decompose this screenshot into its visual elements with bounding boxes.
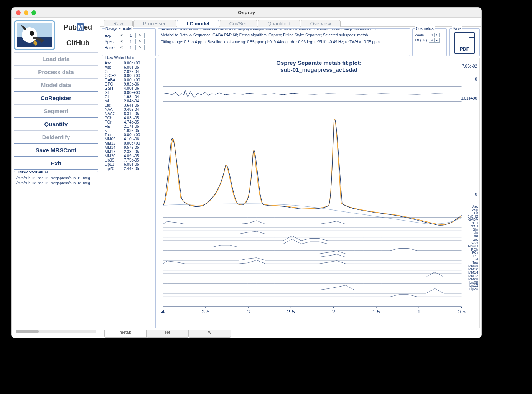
- ratio-row: Lip097.75e-05: [105, 158, 153, 162]
- nav-prev-button[interactable]: <: [117, 33, 126, 38]
- ratio-row: MM172.33e-05: [105, 150, 153, 154]
- svg-text:0.5: 0.5: [458, 309, 466, 313]
- cos-inc-button[interactable]: ▸: [434, 33, 440, 37]
- ratio-row: mI2.04e-04: [105, 99, 153, 103]
- ratio-row: PE2.17e-05: [105, 124, 153, 129]
- navigate-model-panel: Navigate model Exp: < 1 >Spec: < 1 >Basi…: [102, 28, 156, 56]
- ytick-main-max: 1.01e+00: [461, 96, 477, 101]
- sidebar-button-segment: Segment: [14, 104, 98, 117]
- svg-text:3.5: 3.5: [201, 309, 209, 313]
- app-logo: [14, 20, 55, 50]
- ratio-row: PCh4.03e-05: [105, 116, 153, 120]
- svg-text:3: 3: [247, 309, 250, 313]
- plot-area: Osprey Separate metab fit plot: sub-01_m…: [158, 58, 480, 328]
- plot-title-1: Osprey Separate metab fit plot:: [158, 59, 479, 66]
- ratio-row: Asc0.00e+00: [105, 61, 153, 65]
- nav-prev-button[interactable]: <: [117, 39, 126, 44]
- svg-text:2.5: 2.5: [287, 309, 295, 313]
- bottom-tabs: metabrefw: [100, 330, 481, 338]
- list-item[interactable]: /mrs/sub-02_ses-01_megapress/sub-02_mega…: [16, 180, 96, 185]
- ratio-row: GABA0.00e+00: [105, 78, 153, 82]
- tab-processed[interactable]: Processed: [133, 20, 176, 27]
- ratio-row: MM204.09e-05: [105, 154, 153, 158]
- tab-cor-seg[interactable]: Cor/Seg: [220, 20, 257, 27]
- nav-next-button[interactable]: >: [135, 33, 145, 38]
- ratio-row: MM094.10e-06: [105, 137, 153, 141]
- ratio-row: MM149.57e-05: [105, 145, 153, 150]
- github-link[interactable]: GitHub: [58, 36, 98, 50]
- ratio-row: CrCH20.00e+00: [105, 74, 153, 78]
- sidebar-button-exit[interactable]: Exit: [14, 157, 98, 170]
- tab-raw[interactable]: Raw: [104, 20, 133, 27]
- ytick-residual-max: 7.00e-02: [462, 64, 477, 68]
- ratio-row: NAAG6.31e-05: [105, 112, 153, 116]
- main-area: RawProcessedLC modelCor/SegQuantifiedOve…: [100, 18, 481, 338]
- sidebar-button-process-data: Process data: [14, 65, 98, 78]
- save-panel: Save PDF: [449, 28, 480, 56]
- nav-next-button[interactable]: >: [135, 45, 145, 50]
- sidebar-button-model-data: Model data: [14, 78, 98, 91]
- app-window: Osprey PubMed: [12, 8, 481, 338]
- svg-text:1: 1: [417, 309, 421, 313]
- spectrum-plot: 43.532.521.510.5 chemical shift (ppm): [158, 75, 479, 313]
- ratio-row: Tau0.00e+00: [105, 133, 153, 137]
- ratio-row: GPC9.82e-06: [105, 82, 153, 86]
- cos-dec-button[interactable]: ◂: [429, 33, 434, 37]
- main-tabs: RawProcessedLC modelCor/SegQuantifiedOve…: [100, 18, 481, 27]
- ytick-zero-resid: 0: [475, 77, 477, 81]
- mrs-container-panel: MRS Container /mrs/sub-01_ses-01_megapre…: [14, 171, 98, 335]
- ratio-row: Cr2.02e-04: [105, 69, 153, 74]
- svg-text:4: 4: [161, 309, 165, 313]
- sidebar-button-load-data: Load data: [14, 52, 98, 65]
- bottom-tab-w[interactable]: w: [189, 330, 231, 338]
- mrs-container-title: MRS Container: [17, 171, 50, 173]
- ratio-row: Asp6.08e-05: [105, 65, 153, 69]
- bottom-tab-metab[interactable]: metab: [104, 330, 147, 338]
- ratio-row: NAA3.48e-04: [105, 107, 153, 112]
- sidebar: PubMed GitHub Load dataProcess dataModel…: [12, 18, 100, 338]
- sidebar-button-deidentify: DeIdentify: [14, 130, 98, 143]
- sidebar-button-coregister[interactable]: CoRegister: [14, 91, 98, 104]
- ratio-row: PCr4.74e-05: [105, 120, 153, 124]
- scrollbar[interactable]: [16, 330, 96, 333]
- file-info-line2: Fitting range: 0.5 to 4 ppm; Baseline kn…: [161, 39, 407, 46]
- list-item[interactable]: /mrs/sub-01_ses-01_megapress/sub-01_mega…: [16, 175, 96, 180]
- tab-quantified[interactable]: Quantified: [258, 20, 300, 27]
- raw-water-ratio-panel: Raw Water Ratio Asc0.00e+00Asp6.08e-05Cr…: [102, 58, 156, 328]
- cos-inc-button[interactable]: ▸: [434, 38, 440, 43]
- bottom-tab-ref[interactable]: ref: [147, 330, 189, 338]
- mrs-list[interactable]: /mrs/sub-01_ses-01_megapress/sub-01_mega…: [16, 175, 96, 328]
- tab-lc-model[interactable]: LC model: [177, 20, 219, 27]
- ratio-row: sI1.83e-05: [105, 129, 153, 133]
- file-path: /Users/chris_davies-jenkins/Local/GIT/os…: [180, 28, 377, 32]
- ratio-row: Gln0.00e+00: [105, 91, 153, 95]
- nav-next-button[interactable]: >: [135, 39, 145, 44]
- ratio-row: GSH4.00e-06: [105, 86, 153, 91]
- svg-point-3: [30, 31, 34, 36]
- ratio-row: Lac3.64e-05: [105, 103, 153, 107]
- pubmed-link[interactable]: PubMed: [58, 20, 98, 35]
- ytick-zero-main: 0: [475, 192, 477, 196]
- basis-label: Lip20: [469, 287, 478, 291]
- cos-dec-button[interactable]: ◂: [429, 38, 434, 43]
- cosmetics-panel: Cosmetics Zoom ◂ ▸ LB (Hz) ◂ ▸: [412, 28, 447, 56]
- ratio-row: Glu1.93e-04: [105, 95, 153, 99]
- svg-text:1.5: 1.5: [372, 309, 380, 313]
- save-pdf-button[interactable]: PDF: [454, 32, 475, 54]
- sidebar-button-save-mrscont[interactable]: Save MRSCont: [14, 143, 98, 157]
- window-title: Osprey: [12, 10, 481, 15]
- sidebar-button-quantify[interactable]: Quantify: [14, 117, 98, 130]
- tab-overview[interactable]: Overview: [301, 20, 341, 27]
- ratio-row: MM120.00e+00: [105, 141, 153, 145]
- ratio-row: Lip202.44e-05: [105, 167, 153, 171]
- ratio-row: Lip136.05e-05: [105, 162, 153, 167]
- svg-text:2: 2: [332, 309, 335, 313]
- nav-prev-button[interactable]: <: [117, 45, 126, 50]
- plot-title-2: sub-01_megapress_act.sdat: [158, 66, 479, 73]
- titlebar: Osprey: [12, 8, 481, 18]
- actual-file-panel: Actual file: /Users/chris_davies-jenkins…: [158, 28, 410, 56]
- file-info-line1: Metabolite Data -> Sequence: GABA PAR 68…: [161, 32, 407, 39]
